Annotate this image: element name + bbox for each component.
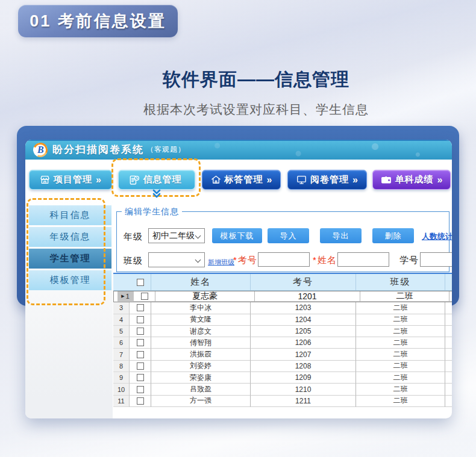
row-number-cell: 5 xyxy=(113,326,130,337)
row-checkbox[interactable] xyxy=(137,316,144,323)
spacer-cell xyxy=(445,349,452,360)
exam-no-cell: 1210 xyxy=(250,384,355,395)
row-number-cell: ▶1 xyxy=(117,291,134,302)
row-checkbox[interactable] xyxy=(137,351,144,358)
row-checkbox-cell[interactable] xyxy=(130,396,151,407)
row-checkbox-cell[interactable] xyxy=(130,314,151,326)
class-cell: 二班 xyxy=(355,361,445,372)
sidebar-item-subject[interactable]: 科目信息 xyxy=(29,205,111,225)
class-cell: 二班 xyxy=(355,302,445,314)
table-row[interactable]: ▶1夏志豪1201二班 xyxy=(113,291,452,302)
nav-label: 单科成绩 xyxy=(395,174,434,185)
row-number-cell: 9 xyxy=(113,372,130,384)
home-icon xyxy=(210,174,222,185)
spacer-cell xyxy=(445,384,452,395)
table-row[interactable]: 4黄文隆1204二班 xyxy=(113,314,452,326)
count-stats-link[interactable]: 人数统计 xyxy=(422,231,452,242)
nav-marking-button[interactable]: 阅卷管理» xyxy=(287,170,367,190)
spacer-cell xyxy=(445,326,452,337)
table-row[interactable]: 10吕致盈1210二班 xyxy=(113,384,452,395)
exam-no-cell: 1207 xyxy=(250,349,355,360)
row-checkbox[interactable] xyxy=(137,339,144,346)
exam-no-cell: 1206 xyxy=(250,337,355,349)
app-title-suffix: （客观题） xyxy=(146,145,186,155)
exam-no-cell: 1209 xyxy=(250,372,355,384)
app-logo-icon: B xyxy=(31,140,50,159)
class-cell: 二班 xyxy=(360,291,449,302)
student-no-input[interactable] xyxy=(420,252,452,267)
required-mark: * xyxy=(233,255,237,265)
table-row[interactable]: 8刘姿婷1208二班 xyxy=(113,361,452,372)
sidebar-item-template[interactable]: 模板管理 xyxy=(29,270,111,290)
row-number-cell: 6 xyxy=(113,337,130,349)
row-checkbox[interactable] xyxy=(137,386,144,393)
select-all-cell[interactable] xyxy=(130,274,151,290)
class-cell: 二班 xyxy=(355,349,445,360)
document-clock-icon xyxy=(128,174,140,186)
nav-label: 信息管理 xyxy=(143,174,182,185)
monitor-icon xyxy=(296,174,307,185)
nav-answer-button[interactable]: 标答管理» xyxy=(202,170,281,190)
storefront-icon xyxy=(39,174,51,185)
row-checkbox-cell[interactable] xyxy=(130,326,151,337)
class-select[interactable] xyxy=(148,252,205,267)
row-checkbox[interactable] xyxy=(141,293,148,300)
class-cell: 二班 xyxy=(355,396,445,407)
table-row[interactable]: 5谢彦文1205二班 xyxy=(113,326,452,337)
nav-label: 标答管理 xyxy=(225,174,263,185)
page-title: 软件界面——信息管理 xyxy=(0,67,476,92)
class-column-header: 班级 xyxy=(355,274,445,290)
select-all-checkbox[interactable] xyxy=(137,279,144,286)
chevrons-right-icon: » xyxy=(437,175,443,185)
row-checkbox[interactable] xyxy=(137,304,144,311)
nav-info-button[interactable]: 信息管理 xyxy=(118,170,195,190)
exam-no-cell: 1201 xyxy=(254,291,360,302)
student-name-cell: 吕致盈 xyxy=(151,384,250,395)
nav-project-button[interactable]: 项目管理» xyxy=(29,170,112,190)
row-checkbox-cell[interactable] xyxy=(134,291,155,302)
row-checkbox-cell[interactable] xyxy=(130,302,151,314)
row-checkbox-cell[interactable] xyxy=(130,361,151,372)
row-checkbox-cell[interactable] xyxy=(130,384,151,395)
spacer-column-header xyxy=(445,274,452,290)
import-button[interactable]: 导入 xyxy=(268,228,309,243)
sidebar-item-grade[interactable]: 年级信息 xyxy=(29,227,111,247)
student-name-cell: 夏志豪 xyxy=(155,291,254,302)
template-download-button[interactable]: 模板下载 xyxy=(212,228,262,243)
add-class-link[interactable]: 新增班级 xyxy=(208,258,234,267)
row-number-header xyxy=(113,274,130,290)
app-window: B 盼分扫描阅卷系统 （客观题） 项目管理» 信息管理 标答管理» xyxy=(25,140,452,418)
exam-no-input[interactable] xyxy=(258,252,310,267)
grade-select[interactable]: 初中二年级 xyxy=(148,228,205,243)
table-row[interactable]: 6傅智翔1206二班 xyxy=(113,337,452,349)
name-input[interactable] xyxy=(337,252,389,267)
spacer-cell xyxy=(445,361,452,372)
exam-no-cell: 1211 xyxy=(250,396,355,407)
table-row[interactable]: 9荣姿康1209二班 xyxy=(113,372,452,384)
row-pointer-icon: ▶ xyxy=(121,294,124,299)
spacer-cell xyxy=(445,302,452,314)
row-checkbox[interactable] xyxy=(137,362,144,370)
spacer-cell xyxy=(449,291,452,302)
table-row[interactable]: 7洪振霞1207二班 xyxy=(113,349,452,360)
students-table: 姓名 考号 班级 ▶1夏志豪1201二班2吉茹定1202二班3李中冰1203二班… xyxy=(113,273,452,418)
row-checkbox-cell[interactable] xyxy=(130,349,151,360)
table-row[interactable]: 11方一强1211二班 xyxy=(113,396,452,407)
nav-score-button[interactable]: 单科成绩» xyxy=(372,170,451,190)
row-checkbox-cell[interactable] xyxy=(130,372,151,384)
grade-label: 年级 xyxy=(124,231,143,243)
panel-legend: 编辑学生信息 xyxy=(122,207,182,217)
table-row[interactable]: 3李中冰1203二班 xyxy=(113,302,452,314)
row-checkbox[interactable] xyxy=(137,328,144,335)
student-name-cell: 谢彦文 xyxy=(151,326,250,337)
row-checkbox[interactable] xyxy=(137,397,144,405)
class-cell: 二班 xyxy=(355,326,445,337)
wallet-icon xyxy=(380,174,392,186)
export-button[interactable]: 导出 xyxy=(320,228,362,243)
double-chevron-down-icon xyxy=(151,189,162,199)
row-checkbox[interactable] xyxy=(137,374,144,381)
row-checkbox-cell[interactable] xyxy=(130,337,151,349)
sidebar-item-student[interactable]: 学生管理 xyxy=(29,249,111,269)
delete-button[interactable]: 删除 xyxy=(372,228,414,243)
spacer-cell xyxy=(445,337,452,349)
